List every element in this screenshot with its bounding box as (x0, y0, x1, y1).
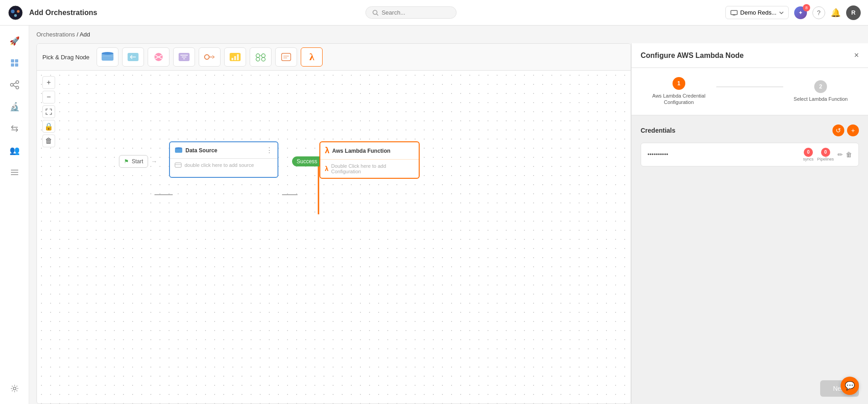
sidebar-item-list[interactable] (5, 162, 25, 182)
svg-point-2 (17, 10, 20, 13)
toolbar-node-connector[interactable] (199, 47, 221, 67)
search-input[interactable] (381, 9, 450, 16)
credentials-title: Credentials (641, 127, 675, 134)
sidebar-item-flow[interactable] (5, 75, 25, 95)
sidebar-item-grid[interactable] (5, 53, 25, 73)
monitor-icon (730, 10, 738, 16)
svg-rect-46 (175, 163, 181, 167)
toolbar-node-lambda[interactable]: λ (301, 47, 323, 67)
pipelines-label: Pipelines (817, 157, 834, 161)
svg-point-15 (16, 86, 19, 89)
data-source-row: double click here to add source (175, 162, 273, 168)
svg-point-34 (262, 54, 265, 57)
user-avatar[interactable]: R (846, 5, 861, 20)
sidebar-item-lab[interactable]: 🔬 (5, 97, 25, 117)
breadcrumb-current: Add (80, 31, 90, 38)
sidebar: 🚀 🔬 👥 (0, 26, 29, 404)
toolbar-node-task[interactable] (275, 47, 297, 67)
toolbar-label: Pick & Drag Node (42, 54, 89, 61)
sidebar-item-people[interactable]: 👥 (5, 140, 25, 161)
flow-canvas[interactable]: + − 🔒 🗑 (37, 71, 631, 404)
svg-rect-9 (11, 59, 14, 62)
svg-rect-40 (282, 53, 291, 61)
demo-dropdown[interactable]: Demo Reds... (725, 6, 789, 19)
svg-point-0 (9, 6, 22, 20)
credential-row[interactable]: •••••••••• 0 syncs 0 Pipelines ✏ (641, 143, 859, 166)
start-label: Start (132, 158, 143, 165)
svg-point-45 (175, 147, 182, 149)
header-right: Demo Reds... ✦ 8 ? 🔔 R (725, 5, 861, 20)
edit-credential-button[interactable]: ✏ (837, 151, 843, 158)
breadcrumb: Orchestrations / Add (29, 26, 868, 43)
svg-point-35 (256, 57, 260, 61)
refresh-button[interactable]: ↺ (832, 124, 844, 136)
help-icon[interactable]: ? (812, 6, 825, 19)
svg-point-23 (102, 52, 113, 55)
toolbar-node-analytics[interactable] (224, 47, 246, 67)
svg-rect-6 (731, 10, 737, 15)
toolbar-node-filter[interactable] (173, 47, 195, 67)
toolbar-node-datasource[interactable] (97, 47, 118, 67)
search-bar[interactable] (365, 6, 457, 19)
svg-line-16 (13, 83, 16, 84)
canvas-connections (37, 71, 631, 404)
pipelines-count: 0 (821, 148, 830, 157)
node-menu-icon[interactable]: ⋮ (266, 146, 273, 155)
chat-bubble[interactable]: 💬 (841, 377, 859, 395)
data-source-title: Data Source (175, 147, 217, 154)
svg-rect-31 (234, 56, 236, 60)
close-panel-button[interactable]: × (854, 51, 859, 60)
delete-credential-button[interactable]: 🗑 (846, 151, 852, 158)
start-node: ⚑ Start → (119, 155, 157, 168)
lock-button[interactable]: 🔒 (42, 120, 55, 133)
notifications-badge-container: ✦ 8 (794, 6, 807, 19)
svg-point-36 (262, 57, 265, 61)
toolbar-node-transform[interactable] (122, 47, 144, 67)
svg-point-28 (205, 55, 209, 59)
list-icon (10, 169, 19, 176)
lambda-node[interactable]: λ Aws Lambda Function λ Double Click her… (319, 141, 420, 179)
svg-point-1 (11, 10, 15, 13)
svg-rect-30 (231, 58, 233, 60)
lambda-icon: λ (325, 146, 329, 155)
data-source-body: double click here to add source (170, 159, 277, 171)
datasource-icon (175, 147, 183, 154)
sidebar-item-transform[interactable] (5, 119, 25, 139)
syncs-badge: 0 syncs (803, 148, 813, 161)
row-icon (175, 162, 182, 168)
steps-container: 1 Aws Lambda CredentialConfiguration 2 S… (632, 68, 868, 115)
svg-rect-12 (15, 63, 18, 67)
delete-button[interactable]: 🗑 (42, 135, 55, 147)
step-1-circle: 1 (673, 77, 685, 90)
zoom-out-button[interactable]: − (42, 91, 55, 104)
step-connector (716, 87, 784, 87)
section-actions: ↺ + (832, 124, 859, 136)
lambda-sub-text: Double Click here to add Configuration (331, 163, 414, 174)
success-label: Success (297, 158, 317, 165)
data-source-node[interactable]: Data Source ⋮ double click here to add s… (169, 141, 278, 178)
fit-screen-button[interactable] (42, 105, 55, 118)
bell-icon[interactable]: 🔔 (831, 8, 841, 18)
credential-actions: ✏ 🗑 (837, 151, 852, 158)
sidebar-item-settings[interactable] (5, 378, 25, 399)
toolbar-node-merge[interactable] (148, 47, 169, 67)
main-layout: 🚀 🔬 👥 (0, 26, 868, 404)
zoom-in-button[interactable]: + (42, 76, 55, 89)
top-header: Add Orchestrations Demo Reds... ✦ 8 ? 🔔 … (0, 0, 868, 26)
sidebar-item-rocket[interactable]: 🚀 (5, 31, 25, 51)
credentials-section-header: Credentials ↺ + (641, 124, 859, 136)
svg-point-33 (256, 54, 260, 57)
svg-point-3 (14, 14, 17, 17)
right-panel-header: Configure AWS Lambda Node × (632, 43, 868, 68)
node-toolbar: Pick & Drag Node (37, 44, 631, 71)
add-credential-button[interactable]: + (847, 124, 859, 136)
breadcrumb-parent[interactable]: Orchestrations (36, 31, 75, 38)
content-area: Orchestrations / Add Pick & Drag Node (29, 26, 868, 404)
svg-line-17 (13, 86, 16, 87)
lambda-sub-row: λ Double Click here to add Configuration (325, 163, 414, 174)
grid-icon (10, 58, 19, 67)
toolbar-node-join[interactable] (250, 47, 272, 67)
svg-point-21 (13, 387, 16, 390)
chevron-down-icon (779, 11, 784, 14)
right-panel-title: Configure AWS Lambda Node (641, 52, 744, 60)
